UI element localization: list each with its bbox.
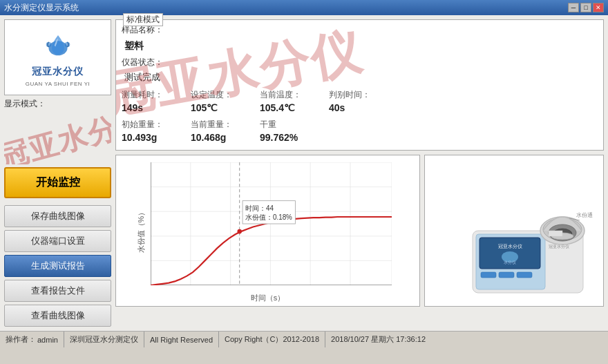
top-info-panel: 标准模式 冠亚水分仪 样品名称： 塑料 仪器状态： 测试完成 测量耗时： xyxy=(115,19,604,151)
instrument-row: 仪器状态： xyxy=(122,57,598,68)
current-weight-label: 当前重量： xyxy=(191,119,246,131)
view-curve-button[interactable]: 查看曲线图像 xyxy=(4,305,111,327)
set-temp-value: 105℃ xyxy=(191,102,246,113)
view-report-button[interactable]: 查看报告文件 xyxy=(4,280,111,302)
logo-company-name: 冠亚水分仪 xyxy=(32,66,84,78)
initial-weight-label: 初始重量： xyxy=(122,119,177,131)
mode-badge: 标准模式 xyxy=(123,13,163,26)
operator-value: admin xyxy=(37,336,58,344)
sample-row: 样品名称： xyxy=(122,24,598,36)
statusbar: 操作者： admin 深圳冠亚水分测定仪 All Right Reserved … xyxy=(0,331,608,347)
dry-weight-group: 干重 99.762% xyxy=(260,119,315,143)
display-mode-row: 显示模式： xyxy=(4,98,111,110)
measure-time-label: 测量耗时： xyxy=(122,89,177,101)
port-settings-button[interactable]: 仪器端口设置 xyxy=(4,230,111,252)
svg-rect-43 xyxy=(499,272,514,278)
measure-time-value: 149s xyxy=(122,102,177,113)
titlebar: 水分测定仪显示系统 ─ □ ✕ xyxy=(0,0,608,15)
rights-text: All Right Reserved xyxy=(150,336,213,344)
operator-label: 操作者： xyxy=(6,334,36,345)
judge-time-label: 判别时间： xyxy=(329,89,384,101)
operator-segment: 操作者： admin xyxy=(0,332,64,347)
initial-weight-value: 10.493g xyxy=(122,132,177,143)
svg-point-1 xyxy=(46,41,51,47)
copyright-segment: Copy Right（C）2012-2018 xyxy=(219,332,325,347)
current-weight-value: 10.468g xyxy=(191,132,246,143)
watermark-text: 冠亚水分仪 xyxy=(4,113,111,164)
judge-time-value: 40s xyxy=(329,102,384,113)
test-status-value: 测试完成 xyxy=(124,71,598,84)
title-text: 水分测定仪显示系统 xyxy=(4,2,79,14)
start-monitor-button[interactable]: 开始监控 xyxy=(4,167,111,198)
display-mode-label: 显示模式： xyxy=(4,98,46,110)
current-weight-group: 当前重量： 10.468g xyxy=(191,119,246,143)
svg-text:水分仪: 水分仪 xyxy=(504,260,516,265)
chart-svg: 时间：44 水份值：0.18% 0.25 0.2 0.15 0.1 0.05 0… xyxy=(151,162,392,285)
right-panel: 标准模式 冠亚水分仪 样品名称： 塑料 仪器状态： 测试完成 测量耗时： xyxy=(115,19,604,327)
company-text: 深圳冠亚水分测定仪 xyxy=(70,334,138,345)
svg-text:水份值：0.18%: 水份值：0.18% xyxy=(245,213,292,221)
svg-rect-44 xyxy=(517,272,532,278)
side-buttons-group: 保存曲线图像 仪器端口设置 生成测试报告 查看报告文件 查看曲线图像 xyxy=(4,205,111,327)
set-temp-label: 设定温度： xyxy=(191,89,246,101)
judge-time-group: 判别时间： 40s xyxy=(329,89,384,113)
save-curve-button[interactable]: 保存曲线图像 xyxy=(4,205,111,227)
main-container: 冠亚水分仪 GUAN YA SHUI FEN YI 显示模式： 冠亚水分仪 开始… xyxy=(0,15,608,347)
watermark-area: 冠亚水分仪 xyxy=(4,113,111,164)
maximize-button[interactable]: □ xyxy=(580,3,591,12)
window-controls: ─ □ ✕ xyxy=(568,3,604,12)
left-panel: 冠亚水分仪 GUAN YA SHUI FEN YI 显示模式： 冠亚水分仪 开始… xyxy=(4,19,111,327)
instrument-label: 仪器状态： xyxy=(122,57,163,68)
set-temp-group: 设定温度： 105℃ xyxy=(191,89,246,113)
bottom-area: 水份值（%） 时间（s） xyxy=(115,155,604,307)
current-temp-value: 105.4℃ xyxy=(260,102,315,113)
content-area: 冠亚水分仪 GUAN YA SHUI FEN YI 显示模式： 冠亚水分仪 开始… xyxy=(0,15,608,331)
metrics-row: 测量耗时： 149s 设定温度： 105℃ 当前温度： 105.4℃ 判别时间：… xyxy=(122,86,598,116)
svg-rect-42 xyxy=(481,272,496,278)
chart-x-label: 时间（s） xyxy=(251,293,285,303)
svg-text:时间：44: 时间：44 xyxy=(245,204,274,212)
rights-segment: All Right Reserved xyxy=(144,332,219,347)
weight-row: 初始重量： 10.493g 当前重量： 10.468g 干重 99.762% xyxy=(122,116,598,146)
svg-point-2 xyxy=(64,41,70,47)
dry-weight-label: 干重 xyxy=(260,119,315,131)
logo-area: 冠亚水分仪 GUAN YA SHUI FEN YI xyxy=(4,19,111,95)
current-temp-label: 当前温度： xyxy=(260,89,315,101)
instrument-image: 冠亚水分仪 水分仪 xyxy=(424,155,604,307)
sample-value: 塑料 xyxy=(124,40,598,52)
dry-weight-value: 99.762% xyxy=(260,132,315,143)
close-button[interactable]: ✕ xyxy=(593,3,604,12)
logo-pinyin: GUAN YA SHUI FEN YI xyxy=(26,81,91,87)
current-temp-group: 当前温度： 105.4℃ xyxy=(260,89,315,113)
svg-text:冠亚水分仪: 冠亚水分仪 xyxy=(498,244,522,249)
svg-rect-50 xyxy=(549,231,562,236)
generate-report-button[interactable]: 生成测试报告 xyxy=(4,255,111,277)
chart-container: 水份值（%） 时间（s） xyxy=(115,155,420,307)
copyright-text: Copy Right（C）2012-2018 xyxy=(225,334,319,345)
chart-y-label: 水份值（%） xyxy=(136,209,146,253)
svg-text:水份通: 水份通 xyxy=(576,212,593,218)
svg-text:冠亚水分仪: 冠亚水分仪 xyxy=(549,245,569,249)
datetime-segment: 2018/10/27 星期六 17:36:12 xyxy=(325,332,431,347)
measure-time-group: 测量耗时： 149s xyxy=(122,89,177,113)
minimize-button[interactable]: ─ xyxy=(568,3,579,12)
company-segment: 深圳冠亚水分测定仪 xyxy=(64,332,144,347)
datetime-text: 2018/10/27 星期六 17:36:12 xyxy=(331,334,426,345)
svg-point-19 xyxy=(237,229,242,234)
company-logo xyxy=(37,28,79,63)
initial-weight-group: 初始重量： 10.493g xyxy=(122,119,177,143)
instrument-illustration: 冠亚水分仪 水分仪 xyxy=(431,162,597,300)
